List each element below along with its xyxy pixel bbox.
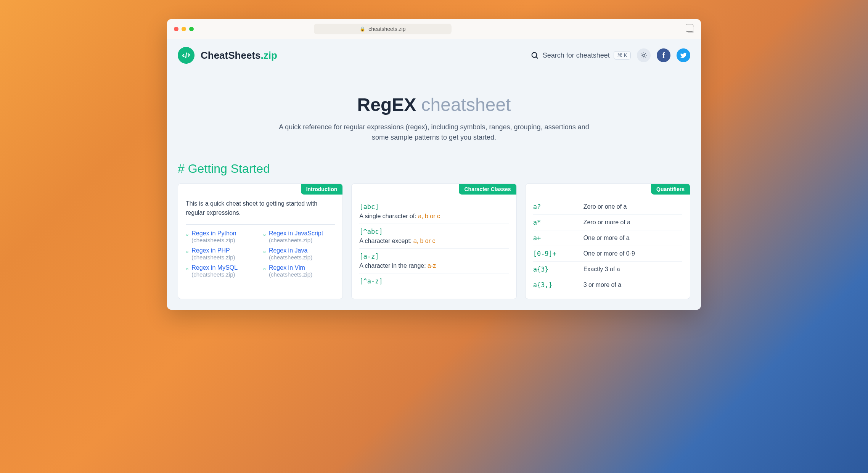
search-placeholder: Search for cheatsheet: [543, 51, 610, 60]
hero-description: A quick reference for regular expression…: [278, 122, 590, 143]
quantifier-desc: One or more of 0-9: [583, 250, 682, 257]
quantifier-desc: Zero or one of a: [583, 203, 682, 210]
traffic-lights: [174, 27, 194, 31]
url-text: cheatsheets.zip: [368, 26, 405, 32]
minimize-window-button[interactable]: [182, 27, 186, 31]
logo-badge[interactable]: [177, 46, 196, 65]
twitter-icon: [680, 52, 687, 59]
quantifier-code: a{3,}: [533, 281, 579, 289]
quantifier-row: a? Zero or one of a: [533, 199, 682, 215]
brand-ext: .zip: [261, 50, 277, 61]
browser-chrome: 🔒 cheatsheets.zip: [167, 19, 701, 39]
link-source: (cheatsheets.zip): [269, 237, 323, 243]
theme-toggle-button[interactable]: [637, 48, 651, 62]
link-label: Regex in Vim: [269, 264, 305, 271]
bullet-icon: ○: [263, 249, 266, 254]
hero-title-muted: cheatsheet: [421, 95, 511, 115]
pattern-desc: A single character of: a, b or c: [359, 213, 508, 220]
pattern-code: [^a-z]: [359, 277, 508, 285]
pattern-row: [^a-z]: [359, 274, 508, 289]
link-label: Regex in Python: [191, 230, 236, 236]
link-item[interactable]: ○ Regex in Vim (cheatsheets.zip): [263, 264, 335, 278]
card-character-classes: Character Classes [abc] A single charact…: [351, 183, 516, 299]
hero-title: RegEX cheatsheet: [182, 94, 686, 115]
brand-main: CheatSheets: [201, 50, 261, 61]
lock-icon: 🔒: [360, 26, 365, 32]
link-grid: ○ Regex in Python (cheatsheets.zip) ○ Re…: [186, 230, 335, 278]
quantifier-code: a+: [533, 234, 579, 242]
facebook-icon: f: [662, 51, 665, 60]
logo-icon: [181, 50, 191, 60]
card-quantifiers: Quantifiers a? Zero or one of a a* Zero …: [525, 183, 690, 299]
site-header: CheatSheets.zip Search for cheatsheet ⌘ …: [167, 39, 701, 71]
tabs-icon: [687, 26, 694, 32]
quantifier-desc: 3 or more of a: [583, 282, 682, 288]
card-badge[interactable]: Character Classes: [459, 184, 516, 195]
quantifier-row: [0-9]+ One or more of 0-9: [533, 246, 682, 262]
cards-grid: Introduction This is a quick cheat sheet…: [167, 183, 701, 310]
site-title[interactable]: CheatSheets.zip: [201, 50, 277, 61]
sun-icon: [640, 52, 647, 59]
bullet-icon: ○: [263, 266, 266, 272]
link-label: Regex in PHP: [191, 247, 230, 254]
pattern-desc: A character in the range: a-z: [359, 262, 508, 269]
pattern-code: [^abc]: [359, 228, 508, 235]
hero: RegEX cheatsheet A quick reference for r…: [167, 71, 701, 158]
quantifier-row: a+ One or more of a: [533, 230, 682, 246]
quantifier-code: a{3}: [533, 265, 579, 273]
quantifier-row: a* Zero or more of a: [533, 215, 682, 230]
pattern-desc: A character except: a, b or c: [359, 238, 508, 245]
search-trigger[interactable]: Search for cheatsheet ⌘ K: [530, 51, 631, 60]
quantifier-desc: Exactly 3 of a: [583, 266, 682, 273]
link-source: (cheatsheets.zip): [191, 254, 235, 261]
link-item[interactable]: ○ Regex in Python (cheatsheets.zip): [186, 230, 258, 243]
facebook-button[interactable]: f: [657, 48, 670, 62]
quantifier-desc: Zero or more of a: [583, 219, 682, 226]
search-icon: [530, 51, 539, 60]
pattern-row: [^abc] A character except: a, b or c: [359, 224, 508, 249]
link-item[interactable]: ○ Regex in Java (cheatsheets.zip): [263, 247, 335, 261]
close-window-button[interactable]: [174, 27, 178, 31]
card-introduction: Introduction This is a quick cheat sheet…: [178, 183, 343, 299]
bullet-icon: ○: [186, 232, 188, 237]
quantifier-code: a*: [533, 219, 579, 226]
section-header: # Getting Started: [167, 158, 701, 183]
link-item[interactable]: ○ Regex in MySQL (cheatsheets.zip): [186, 264, 258, 278]
card-badge[interactable]: Quantifiers: [651, 184, 690, 195]
pattern-row: [abc] A single character of: a, b or c: [359, 199, 508, 224]
page-content: CheatSheets.zip Search for cheatsheet ⌘ …: [167, 39, 701, 310]
pattern-code: [abc]: [359, 203, 508, 211]
search-shortcut: ⌘ K: [614, 51, 631, 60]
quantifier-code: [0-9]+: [533, 250, 579, 257]
svg-point-0: [532, 53, 537, 58]
hero-title-strong: RegEX: [357, 95, 416, 115]
tabs-button[interactable]: [687, 26, 694, 32]
bullet-icon: ○: [263, 232, 266, 237]
link-label: Regex in Java: [269, 247, 307, 254]
pattern-row: [a-z] A character in the range: a-z: [359, 249, 508, 274]
pattern-code: [a-z]: [359, 253, 508, 260]
browser-window: 🔒 cheatsheets.zip CheatSheets.zip Search…: [167, 19, 701, 310]
link-source: (cheatsheets.zip): [269, 254, 312, 261]
link-item[interactable]: ○ Regex in JavaScript (cheatsheets.zip): [263, 230, 335, 243]
link-source: (cheatsheets.zip): [191, 271, 238, 278]
quantifier-row: a{3} Exactly 3 of a: [533, 262, 682, 277]
quantifier-desc: One or more of a: [583, 235, 682, 241]
svg-point-1: [643, 54, 645, 56]
link-source: (cheatsheets.zip): [191, 237, 236, 243]
url-bar[interactable]: 🔒 cheatsheets.zip: [314, 24, 451, 34]
quantifier-row: a{3,} 3 or more of a: [533, 277, 682, 293]
quantifier-code: a?: [533, 203, 579, 211]
bullet-icon: ○: [186, 266, 188, 272]
intro-text: This is a quick cheat sheet to getting s…: [186, 199, 335, 225]
link-item[interactable]: ○ Regex in PHP (cheatsheets.zip): [186, 247, 258, 261]
link-source: (cheatsheets.zip): [269, 271, 312, 278]
link-label: Regex in JavaScript: [269, 230, 323, 236]
bullet-icon: ○: [186, 249, 188, 254]
twitter-button[interactable]: [677, 48, 690, 62]
section-title[interactable]: # Getting Started: [178, 162, 690, 176]
maximize-window-button[interactable]: [189, 27, 194, 31]
link-label: Regex in MySQL: [191, 264, 238, 271]
card-badge[interactable]: Introduction: [301, 184, 343, 195]
